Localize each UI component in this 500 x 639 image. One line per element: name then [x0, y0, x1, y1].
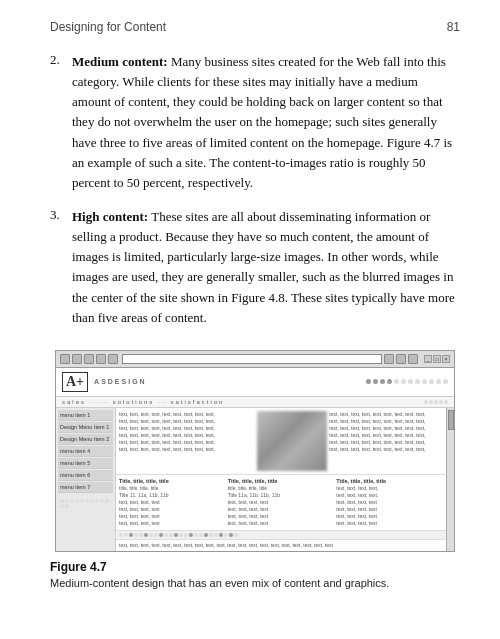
sidebar-dot-4 [75, 499, 79, 503]
nav-satisfaction[interactable]: satisfaction [170, 399, 224, 405]
center-image-area [257, 411, 327, 471]
sidebar-item-7[interactable]: menu item 7 [58, 482, 113, 493]
sidebar-dot-10 [105, 499, 109, 503]
page-header: Designing for Content 81 [50, 20, 460, 34]
window-maximize-btn[interactable]: □ [433, 355, 441, 363]
bottom-dot-23 [229, 533, 233, 537]
term-high: High content: [72, 209, 148, 224]
content-block-right: text, text, text, text, text, text, text… [329, 411, 443, 453]
header-dot-12 [443, 379, 448, 384]
header-dot-5 [394, 379, 399, 384]
sidebar-dot-5 [80, 499, 84, 503]
nav-solutions[interactable]: solutions [113, 399, 155, 405]
figure-label: Figure 4.7 [50, 560, 460, 574]
header-dot-10 [429, 379, 434, 384]
sidebar-item-3[interactable]: Design Menu Item 2 [58, 434, 113, 445]
sidebar-dot-6 [85, 499, 89, 503]
mock-browser: _ □ × A+ ASDESIGN [55, 350, 455, 552]
browser-address-bar[interactable] [122, 354, 382, 364]
header-dot-3 [380, 379, 385, 384]
site-logo: A+ [62, 372, 88, 392]
list-number-2: 2. [50, 52, 66, 193]
browser-stop-btn[interactable] [84, 354, 94, 364]
bottom-dot-2 [124, 533, 128, 537]
sub-col-1: Title, title, title, title title, title,… [119, 478, 226, 527]
sidebar-dot-12 [65, 504, 69, 508]
nav-dot-5 [444, 400, 448, 404]
sidebar-item-6[interactable]: menu item 6 [58, 470, 113, 481]
sidebar-item-4[interactable]: menu item 4 [58, 446, 113, 457]
nav-dots-1: ······· [90, 399, 109, 405]
sidebar-dot-1 [60, 499, 64, 503]
nav-dots-2: ··· [158, 399, 166, 405]
sidebar-dot-11 [60, 504, 64, 508]
bottom-dot-11 [169, 533, 173, 537]
header-dot-7 [408, 379, 413, 384]
site-header: A+ ASDESIGN [56, 368, 454, 397]
page-number: 81 [447, 20, 460, 34]
sidebar-item-1[interactable]: menu item 1 [58, 410, 113, 421]
bottom-dot-13 [179, 533, 183, 537]
sidebar-dot-7 [90, 499, 94, 503]
bottom-dot-22 [224, 533, 228, 537]
bottom-text-row: text, text, text, text, text, text, text… [116, 539, 446, 551]
bottom-dot-5 [139, 533, 143, 537]
content-sub-row: Title, title, title, title title, title,… [116, 475, 446, 530]
bottom-dot-6 [144, 533, 148, 537]
term-medium: Medium content: [72, 54, 168, 69]
bottom-dot-3 [129, 533, 133, 537]
browser-back-btn[interactable] [60, 354, 70, 364]
content-top-row: text, text, text, text, text, text, text… [116, 408, 446, 475]
sub-col-3: Title, title, title, title text, text, t… [336, 478, 443, 527]
bottom-dot-15 [189, 533, 193, 537]
window-close-btn[interactable]: × [442, 355, 450, 363]
body-medium: Many business sites created for the Web … [72, 54, 452, 190]
header-dot-1 [366, 379, 371, 384]
list-content-3: High content: These sites are all about … [72, 207, 460, 328]
sidebar-dot-3 [70, 499, 74, 503]
bottom-dot-row [116, 530, 446, 539]
sub-col-1-title: Title, title, title, title [119, 478, 226, 484]
browser-icon-1[interactable] [384, 354, 394, 364]
bottom-dot-10 [164, 533, 168, 537]
browser-icon-row [384, 354, 418, 364]
content-text-right: text, text, text, text, text, text, text… [329, 411, 443, 471]
scrollbar-right[interactable] [446, 408, 454, 551]
nav-sales[interactable]: sales [62, 399, 86, 405]
sub-col-2-body: title, title, title, title Title 11a, 11… [228, 485, 335, 527]
bottom-dot-12 [174, 533, 178, 537]
nav-dot-1 [424, 400, 428, 404]
list-content-2: Medium content: Many business sites crea… [72, 52, 460, 193]
figure-container: _ □ × A+ ASDESIGN [50, 350, 460, 590]
sub-col-2: Title, title, title, title title, title,… [228, 478, 335, 527]
sidebar-item-2[interactable]: Design Menu Item 1 [58, 422, 113, 433]
header-dot-2 [373, 379, 378, 384]
sidebar-item-5[interactable]: menu item 5 [58, 458, 113, 469]
nav-dot-2 [429, 400, 433, 404]
list-number-3: 3. [50, 207, 66, 328]
bottom-dot-17 [199, 533, 203, 537]
bottom-dot-4 [134, 533, 138, 537]
browser-refresh-btn[interactable] [96, 354, 106, 364]
sub-col-3-body: text, text, text, text, text, text, text… [336, 485, 443, 527]
header-dot-8 [415, 379, 420, 384]
site-body: text, text, text, text, text, text, text… [116, 408, 446, 551]
list-item-2: 2. Medium content: Many business sites c… [50, 52, 460, 193]
bottom-dot-19 [209, 533, 213, 537]
figure-caption: Figure 4.7 Medium-content design that ha… [50, 560, 460, 590]
bottom-dot-1 [119, 533, 123, 537]
browser-toolbar: _ □ × [56, 351, 454, 368]
bottom-dot-18 [204, 533, 208, 537]
browser-icon-2[interactable] [396, 354, 406, 364]
site-sidebar: menu item 1 Design Menu Item 1 Design Me… [56, 408, 116, 551]
browser-forward-btn[interactable] [72, 354, 82, 364]
header-dot-6 [401, 379, 406, 384]
blurred-image [257, 411, 327, 471]
browser-home-btn[interactable] [108, 354, 118, 364]
browser-icon-3[interactable] [408, 354, 418, 364]
sidebar-dot-8 [95, 499, 99, 503]
window-minimize-btn[interactable]: _ [424, 355, 432, 363]
sub-col-3-title: Title, title, title, title [336, 478, 443, 484]
header-dot-11 [436, 379, 441, 384]
scrollbar-thumb[interactable] [448, 410, 454, 430]
